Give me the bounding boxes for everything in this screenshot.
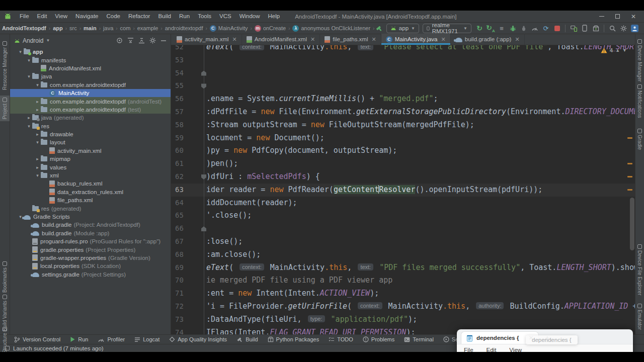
tree-item-gradle-wrapper-properties[interactable]: gradle-wrapper.properties(Gradle Version… (10, 254, 171, 262)
stop-icon[interactable] (552, 24, 561, 33)
tree-item-java[interactable]: ▾java (10, 72, 171, 80)
code-line-60[interactable]: 60)py = new PdfCopy(document, outputStre… (171, 144, 635, 157)
minimize-icon[interactable] (599, 16, 604, 17)
tree-item-java[interactable]: ▸java(generated) (10, 114, 171, 122)
tab-close-icon[interactable]: ✕ (372, 36, 376, 43)
editor-tab-mainactivity-java[interactable]: MainActivity.java✕ (381, 34, 451, 45)
tree-chevron-icon[interactable]: ▾ (26, 74, 32, 79)
menu-navigate[interactable]: Navigate (71, 11, 102, 22)
tree-item-com-example-androidtextopdf[interactable]: ▸com.example.androidtextopdf(test) (10, 106, 171, 114)
tree-chevron-icon[interactable]: ▾ (34, 173, 41, 178)
tree-chevron-icon[interactable]: ▾ (34, 140, 41, 145)
device-manager-icon[interactable] (569, 24, 578, 33)
tree-item-data-extraction-rules-xml[interactable]: data_extraction_rules.xml (10, 188, 171, 196)
toolwindow-button-python-packages[interactable]: Python Packages (268, 336, 319, 342)
editor-tab-activity-main-xml[interactable]: activity_main.xml✕ (172, 34, 242, 45)
tree-chevron-icon[interactable]: ▸ (34, 165, 41, 170)
stripe-item-notifications[interactable]: Notifications (635, 82, 644, 120)
code-line-61[interactable]: 61)pen(); (171, 157, 635, 170)
tree-item-res[interactable]: res(generated) (10, 204, 171, 212)
profile-avatar-icon[interactable] (630, 24, 639, 33)
stripe-item-structure[interactable]: Structure (0, 325, 10, 355)
toolwindow-button-run[interactable]: Run (70, 336, 88, 342)
code-line-67[interactable]: 67:lose(); (171, 235, 635, 248)
tree-item-com-example-androidtextopdf[interactable]: ▸com.example.androidtextopdf(androidTest… (10, 97, 171, 105)
breadcrumb-item[interactable]: onCreate (254, 25, 287, 32)
code-line-59[interactable]: 59locument = new Document(); (171, 132, 635, 145)
tree-chevron-icon[interactable]: ▾ (17, 49, 24, 54)
editor-scrollbar[interactable] (630, 198, 634, 250)
close-icon[interactable]: ✕ (631, 14, 636, 20)
tree-chevron-icon[interactable]: ▾ (26, 58, 32, 63)
code-line-73[interactable]: 73:DataAndType(fileUri, type: "applicati… (171, 313, 635, 326)
tree-chevron-icon[interactable]: ▸ (34, 99, 41, 104)
tree-item-build-gradle[interactable]: build.gradle(Project: AndroidTextopdf) (10, 221, 171, 229)
code-line-64[interactable]: 64iddDocument(reader); (171, 197, 635, 210)
toolwindow-button-version-control[interactable]: Version Control (14, 336, 60, 343)
pair-devices-icon[interactable] (580, 24, 589, 33)
inspection-widget[interactable]: 4 ▲ ▼ (601, 47, 627, 53)
breadcrumb-item[interactable]: main (83, 25, 98, 31)
next-issue-icon[interactable]: ▼ (622, 48, 627, 53)
device-select[interactable]: realme RMX1971 ▼ (423, 24, 471, 33)
code-line-63[interactable]: 63ider reader = new PdfReader(getContent… (171, 184, 635, 197)
menu-view[interactable]: View (51, 11, 71, 22)
settings-icon[interactable] (619, 24, 628, 33)
code-line-55[interactable]: 55 (171, 79, 635, 93)
menu-run[interactable]: Run (175, 11, 194, 22)
toolwindow-button-todo[interactable]: TODO (329, 336, 353, 342)
project-view-select[interactable]: Android (23, 37, 43, 44)
tab-close-icon[interactable]: ✕ (232, 36, 237, 43)
apply-code-changes-icon[interactable]: ↻A (486, 24, 495, 33)
tree-item-proguard-rules-pro[interactable]: proguard-rules.pro(ProGuard Rules for ":… (10, 237, 171, 245)
menu-build[interactable]: Build (154, 11, 175, 22)
tree-item-gradle-properties[interactable]: gradle.properties(Project Properties) (10, 245, 171, 253)
tree-item-mipmap[interactable]: ▸mipmap (10, 155, 171, 163)
tree-item-layout[interactable]: ▾layout (10, 138, 171, 146)
locate-file-icon[interactable] (116, 37, 123, 44)
toolwindow-button-build[interactable]: Build (236, 336, 258, 343)
code-line-62[interactable]: 62)dfUri : mSelectedPdfs) { (171, 170, 635, 184)
toolwindow-button-app-quality-insights[interactable]: App Quality Insights (169, 336, 227, 342)
tree-item-com-example-androidtextopdf[interactable]: ▾com.example.androidtextopdf (10, 81, 171, 89)
menu-code[interactable]: Code (102, 11, 124, 22)
build-hammer-icon[interactable] (375, 24, 383, 33)
sync-icon[interactable]: ⟳ (541, 24, 550, 33)
menu-window[interactable]: Window (235, 11, 264, 22)
code-line-58[interactable]: 58:Stream outputStream = new FileOutputS… (171, 119, 635, 132)
tree-chevron-icon[interactable]: ▸ (26, 115, 32, 120)
tree-item-activity-main-xml[interactable]: activity_main.xml (10, 147, 171, 155)
code-line-56[interactable]: 56.ename = System.currentTimeMillis() + … (171, 93, 635, 106)
tree-item-androidmanifest-xml[interactable]: AndroidManifest.xml (10, 64, 171, 72)
search-everywhere-icon[interactable] (608, 24, 617, 33)
code-line-70[interactable]: 70ie merged PDF file using a PDF viewer … (171, 274, 635, 287)
tree-chevron-icon[interactable]: ▾ (26, 124, 32, 129)
code-line-54[interactable]: 54 (171, 67, 635, 80)
breadcrumb-item[interactable]: com (119, 25, 132, 31)
tree-item-settings-gradle[interactable]: settings.gradle(Project Settings) (10, 270, 171, 279)
code-line-68[interactable]: 68:am.close(); (171, 248, 635, 261)
stripe-item-project[interactable]: Project (0, 96, 10, 121)
tree-chevron-icon[interactable]: ▸ (34, 156, 41, 161)
breadcrumb-item[interactable]: example (136, 25, 159, 31)
tree-item-drawable[interactable]: ▸drawable (10, 130, 171, 138)
profile-app-icon[interactable]: ≡ (497, 24, 506, 33)
tree-item-xml[interactable]: ▾xml (10, 171, 171, 179)
tree-item-values[interactable]: ▸values (10, 163, 171, 171)
tab-close-icon[interactable]: ✕ (441, 36, 446, 43)
sdk-manager-icon[interactable] (591, 24, 600, 33)
expand-all-icon[interactable] (127, 38, 134, 44)
breadcrumb-item[interactable]: java (102, 25, 114, 31)
tree-item-build-gradle[interactable]: build.gradle(Module :app) (10, 229, 171, 237)
panel-settings-gear-icon[interactable] (149, 37, 156, 44)
run-configuration-select[interactable]: app ▼ (386, 24, 419, 33)
attach-debugger-icon[interactable] (519, 24, 528, 33)
menu-tools[interactable]: Tools (194, 11, 215, 22)
editor-tab-androidmanifest-xml[interactable]: AndroidManifest.xml✕ (242, 34, 320, 45)
tree-item-app[interactable]: ▾app (10, 48, 171, 56)
breadcrumb-item[interactable]: androidtextopdf (164, 25, 204, 31)
stripe-item-device-manager[interactable]: Device Manager (635, 37, 644, 84)
tree-item-manifests[interactable]: ▾manifests (10, 56, 171, 64)
tree-item-mainactivity[interactable]: MainActivity (10, 89, 171, 97)
tree-item-local-properties[interactable]: local.properties(SDK Location) (10, 262, 171, 270)
